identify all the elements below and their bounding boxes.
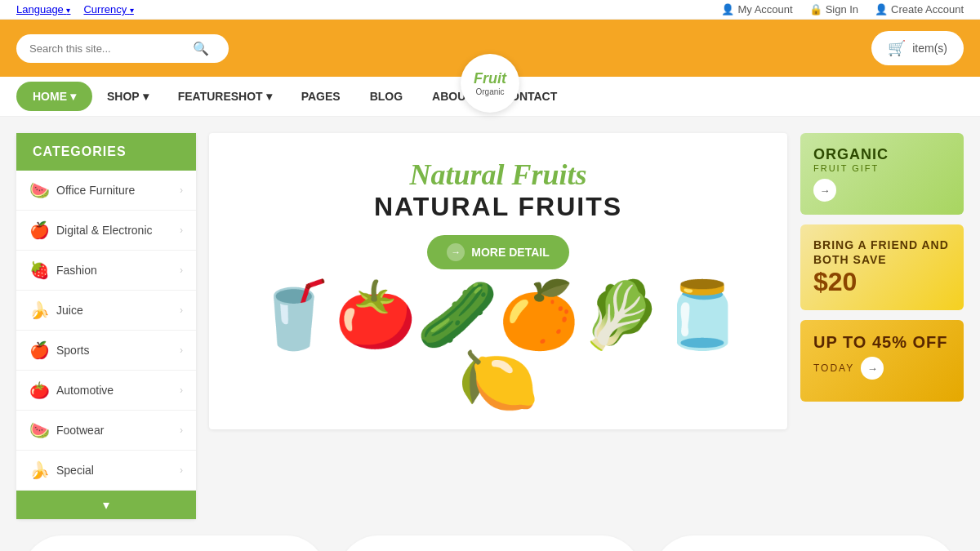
special-icon: 🍌 — [29, 460, 50, 480]
create-account-link[interactable]: 👤 Create Account — [875, 3, 964, 16]
lock-icon: 🔒 — [809, 3, 822, 16]
office-furniture-icon: 🍉 — [29, 180, 50, 200]
sidebar-item-digital-electronic[interactable]: 🍎 Digital & Electronic › — [16, 211, 196, 251]
logo-organic-text: Organic — [475, 87, 504, 96]
promo-discount-title: UP TO 45% OFF — [813, 333, 951, 352]
nav-item-home[interactable]: HOME ▾ — [16, 82, 92, 111]
header: 🔍 Fruit Organic 🛒 item(s) — [0, 20, 980, 77]
hero-title-black: NATURAL FRUITS — [225, 192, 771, 222]
fruit-illustration: 🥤🍅🥒🍊🥬🫙🍋 — [225, 282, 771, 413]
automotive-icon: 🍅 — [29, 380, 50, 400]
footwear-icon: 🍉 — [29, 420, 50, 440]
sidebar-item-special[interactable]: 🍌 Special › — [16, 451, 196, 491]
cart-icon: 🛒 — [888, 39, 906, 57]
promo-organic-arrow-btn[interactable]: → — [813, 179, 836, 202]
top-bar-left: Language ▾ Currency ▾ — [16, 3, 134, 16]
sidebar-item-office-furniture[interactable]: 🍉 Office Furniture › — [16, 171, 196, 211]
search-icon[interactable]: 🔍 — [193, 41, 209, 56]
shop-arrow-icon: ▾ — [143, 90, 149, 103]
fashion-arrow-icon: › — [180, 264, 183, 276]
sports-icon: 🍎 — [29, 340, 50, 360]
feature-refund: 🔄 Free Refund 100% Refund Within 3 days — [339, 535, 642, 551]
juice-arrow-icon: › — [180, 304, 183, 316]
sidebar-item-footwear[interactable]: 🍉 Footwear › — [16, 411, 196, 451]
digital-electronic-icon: 🍎 — [29, 220, 50, 240]
features-row: 🚚 Free Shipping With €50 or more orders … — [0, 535, 980, 551]
more-arrow-icon: ▾ — [103, 497, 109, 513]
promo-organic-subtitle: FRUIT GIFT — [813, 163, 951, 173]
top-bar: Language ▾ Currency ▾ 👤 My Account 🔒 Sig… — [0, 0, 980, 20]
sign-in-link[interactable]: 🔒 Sign In — [809, 3, 858, 16]
my-account-link[interactable]: 👤 My Account — [721, 3, 792, 16]
person-add-icon: 👤 — [875, 3, 888, 16]
language-arrow-icon: ▾ — [66, 6, 70, 15]
search-input[interactable] — [29, 42, 193, 55]
promo-discount-arrow-btn[interactable]: → — [861, 357, 884, 380]
promo-organic[interactable]: ORGANIC FRUIT GIFT → — [800, 133, 964, 215]
logo-fruit-text: Fruit — [474, 70, 506, 87]
juice-icon: 🍌 — [29, 300, 50, 320]
promo-panels: ORGANIC FRUIT GIFT → BRING A FRIEND AND … — [800, 133, 964, 402]
nav-item-pages[interactable]: PAGES — [287, 77, 355, 116]
user-icon: 👤 — [721, 3, 734, 16]
search-box: 🔍 — [16, 34, 229, 63]
home-arrow-icon: ▾ — [70, 90, 76, 103]
top-bar-right: 👤 My Account 🔒 Sign In 👤 Create Account — [721, 3, 964, 16]
categories-title: CATEGORIES — [16, 133, 196, 171]
featureshot-arrow-icon: ▾ — [266, 90, 272, 103]
promo-organic-title: ORGANIC — [813, 146, 951, 163]
sidebar-item-automotive[interactable]: 🍅 Automotive › — [16, 371, 196, 411]
promo-friend-title: BRING A FRIEND AND BOTH SAVE — [813, 238, 951, 267]
more-detail-arrow-icon: → — [447, 243, 465, 261]
nav-item-shop[interactable]: SHOP ▾ — [92, 77, 163, 116]
sports-arrow-icon: › — [180, 344, 183, 356]
footwear-arrow-icon: › — [180, 424, 183, 436]
promo-discount-subtitle: TODAY — [813, 362, 854, 374]
sidebar-item-juice[interactable]: 🍌 Juice › — [16, 291, 196, 331]
currency-arrow-icon: ▾ — [130, 6, 134, 15]
language-dropdown[interactable]: Language ▾ — [16, 3, 70, 16]
office-furniture-arrow-icon: › — [180, 184, 183, 196]
nav-item-blog[interactable]: BLOG — [355, 77, 417, 116]
promo-friend-amount: $20 — [813, 267, 951, 297]
logo[interactable]: Fruit Organic — [461, 54, 519, 113]
nav-item-featureshot[interactable]: FEATURESHOT ▾ — [163, 77, 287, 116]
hero-title-green: Natural Fruits — [225, 158, 771, 192]
digital-electronic-arrow-icon: › — [180, 224, 183, 236]
more-detail-button[interactable]: → MORE DETAIL — [427, 235, 568, 269]
header-inner: 🔍 Fruit Organic 🛒 item(s) — [16, 31, 964, 65]
sidebar-item-fashion[interactable]: 🍓 Fashion › — [16, 251, 196, 291]
promo-discount[interactable]: UP TO 45% OFF TODAY → — [800, 320, 964, 402]
sidebar-more-button[interactable]: ▾ — [16, 491, 196, 519]
hero-banner: Natural Fruits NATURAL FRUITS → MORE DET… — [209, 133, 787, 429]
cart-label: item(s) — [912, 42, 947, 55]
fashion-icon: 🍓 — [29, 260, 50, 280]
feature-support: 📞 Support 24.7 Call us anytime you want — [654, 535, 957, 551]
automotive-arrow-icon: › — [180, 384, 183, 396]
promo-friend[interactable]: BRING A FRIEND AND BOTH SAVE $20 — [800, 224, 964, 310]
sidebar-item-sports[interactable]: 🍎 Sports › — [16, 331, 196, 371]
categories-sidebar: CATEGORIES 🍉 Office Furniture › 🍎 Digita… — [16, 133, 196, 519]
main-content: CATEGORIES 🍉 Office Furniture › 🍎 Digita… — [0, 117, 980, 535]
cart-button[interactable]: 🛒 item(s) — [871, 31, 964, 65]
feature-shipping: 🚚 Free Shipping With €50 or more orders — [23, 535, 326, 551]
currency-dropdown[interactable]: Currency ▾ — [83, 3, 133, 16]
special-arrow-icon: › — [180, 464, 183, 476]
